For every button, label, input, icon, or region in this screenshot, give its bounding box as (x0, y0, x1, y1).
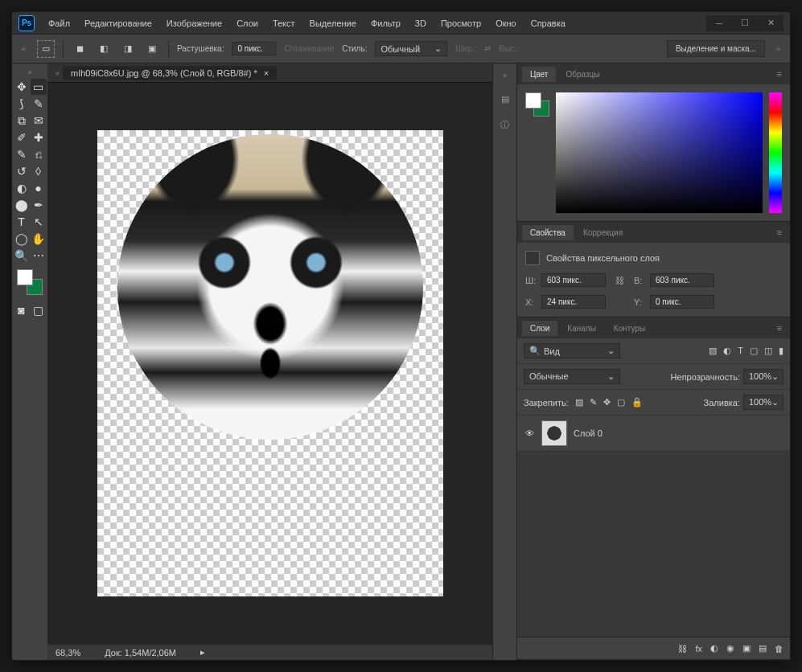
menu-3d[interactable]: 3D (409, 16, 432, 31)
filter-shape-icon[interactable]: ▢ (750, 346, 758, 356)
history-panel-icon[interactable]: ▤ (497, 91, 513, 107)
tab-paths[interactable]: Контуры (606, 321, 653, 336)
color-picker-area[interactable] (556, 92, 763, 213)
filter-toggle-icon[interactable]: ▮ (779, 346, 783, 356)
quick-select-tool[interactable]: ✎ (31, 96, 47, 112)
lock-paint-icon[interactable]: ✎ (590, 397, 597, 408)
fill-input[interactable]: 100%⌄ (743, 395, 783, 410)
blend-mode-select[interactable]: Обычные⌄ (524, 369, 620, 384)
status-chevron-icon[interactable]: ▸ (200, 647, 205, 658)
tab-adjustments[interactable]: Коррекция (575, 225, 631, 240)
hue-slider[interactable] (769, 92, 782, 213)
selection-intersect-icon[interactable]: ▣ (144, 41, 160, 57)
menu-window[interactable]: Окно (490, 16, 522, 31)
canvas[interactable] (97, 130, 443, 596)
menu-file[interactable]: Файл (43, 16, 76, 31)
adjustment-layer-icon[interactable]: ◉ (726, 643, 734, 654)
link-wh-icon[interactable]: ⛓ (612, 274, 627, 287)
close-tab-icon[interactable]: × (264, 68, 269, 78)
tab-layers[interactable]: Слои (522, 321, 557, 336)
stamp-tool[interactable]: ⎌ (31, 146, 47, 162)
menu-select[interactable]: Выделение (304, 16, 362, 31)
filter-adjustment-icon[interactable]: ◐ (723, 346, 731, 356)
panel-color-swatch[interactable] (525, 92, 549, 117)
minimize-button[interactable]: ─ (706, 15, 732, 31)
lock-position-icon[interactable]: ✥ (603, 397, 611, 408)
link-layers-icon[interactable]: ⛓ (678, 644, 687, 654)
layer-name[interactable]: Слой 0 (574, 428, 603, 438)
tabs-collapse-icon[interactable]: « (52, 68, 63, 79)
menu-layer[interactable]: Слои (231, 16, 264, 31)
new-layer-icon[interactable]: ▤ (759, 643, 767, 654)
history-brush-tool[interactable]: ↺ (14, 163, 30, 179)
expand-icon[interactable]: » (773, 43, 783, 55)
collapse-icon[interactable]: « (19, 43, 29, 55)
canvas-viewport[interactable] (47, 83, 492, 644)
filter-pixel-icon[interactable]: ▨ (709, 346, 717, 356)
lock-artboard-icon[interactable]: ▢ (617, 397, 625, 408)
layer-filter-select[interactable]: 🔍Вид⌄ (524, 343, 620, 359)
brush-tool[interactable]: ✎ (14, 146, 30, 162)
width-input[interactable]: 603 пикс. (541, 273, 606, 287)
move-tool[interactable]: ✥ (14, 79, 30, 95)
filter-smart-icon[interactable]: ◫ (764, 346, 772, 356)
foreground-color-swatch[interactable] (17, 269, 33, 285)
type-tool[interactable]: T (14, 214, 30, 230)
menu-edit[interactable]: Редактирование (79, 16, 158, 31)
quickmask-tool[interactable]: ◙ (14, 302, 30, 318)
selection-subtract-icon[interactable]: ◨ (120, 41, 136, 57)
zoom-level[interactable]: 68,3% (56, 648, 80, 658)
lock-all-icon[interactable]: 🔒 (631, 397, 643, 408)
menu-type[interactable]: Текст (267, 16, 301, 31)
visibility-icon[interactable]: 👁 (524, 428, 535, 438)
menu-filter[interactable]: Фильтр (365, 16, 406, 31)
info-panel-icon[interactable]: ⓘ (497, 117, 513, 133)
color-panel-menu-icon[interactable]: ≡ (774, 69, 785, 79)
color-swatch[interactable] (17, 269, 43, 295)
feather-input[interactable]: 0 пикс. (232, 42, 276, 55)
filter-type-icon[interactable]: T (738, 346, 743, 356)
close-button[interactable]: ✕ (758, 15, 783, 31)
hand-tool[interactable]: ✋ (31, 231, 47, 247)
frame-tool[interactable]: ✉ (31, 113, 47, 129)
x-input[interactable]: 24 пикс. (541, 295, 606, 309)
y-input[interactable]: 0 пикс. (650, 295, 714, 309)
layer-fx-icon[interactable]: fx (695, 644, 702, 654)
tab-channels[interactable]: Каналы (559, 321, 604, 336)
document-tab[interactable]: mIh09iC8x6U.jpg @ 68,3% (Слой 0, RGB/8#)… (63, 66, 277, 80)
healing-tool[interactable]: ✚ (31, 129, 47, 145)
lock-transparency-icon[interactable]: ▨ (575, 397, 583, 408)
menu-help[interactable]: Справка (525, 16, 571, 31)
layer-item[interactable]: 👁 Слой 0 (517, 416, 790, 452)
tab-swatches[interactable]: Образцы (557, 67, 607, 82)
eyedropper-tool[interactable]: ✐ (14, 129, 30, 145)
maximize-button[interactable]: ☐ (732, 15, 758, 31)
height-input[interactable]: 603 пикс. (650, 273, 714, 287)
marquee-tool[interactable]: ▭ (31, 79, 47, 95)
eraser-tool[interactable]: ◊ (31, 163, 47, 179)
zoom-tool[interactable]: 🔍 (14, 248, 30, 264)
blur-tool[interactable]: ● (31, 180, 47, 196)
gradient-tool[interactable]: ◐ (14, 180, 30, 196)
group-icon[interactable]: ▣ (742, 643, 751, 654)
style-select[interactable]: Обычный⌄ (375, 41, 447, 56)
path-select-tool[interactable]: ↖ (31, 214, 47, 230)
dodge-tool[interactable]: ⬤ (14, 197, 30, 213)
layer-mask-icon[interactable]: ◐ (710, 643, 718, 654)
dock-collapse-icon[interactable]: « (500, 70, 510, 81)
selection-add-icon[interactable]: ◧ (96, 41, 112, 57)
menu-image[interactable]: Изображение (161, 16, 228, 31)
delete-layer-icon[interactable]: 🗑 (775, 644, 783, 654)
tab-color[interactable]: Цвет (522, 67, 556, 82)
marquee-tool-icon[interactable]: ▭ (37, 40, 55, 58)
layers-panel-menu-icon[interactable]: ≡ (774, 323, 785, 333)
shape-tool[interactable]: ◯ (14, 231, 30, 247)
tab-properties[interactable]: Свойства (522, 225, 574, 240)
menu-view[interactable]: Просмотр (435, 16, 487, 31)
selection-new-icon[interactable]: ◼ (72, 41, 88, 57)
lasso-tool[interactable]: ⟆ (14, 96, 30, 112)
properties-panel-menu-icon[interactable]: ≡ (774, 227, 785, 237)
tools-collapse-icon[interactable]: » (24, 67, 35, 78)
opacity-input[interactable]: 100%⌄ (743, 369, 783, 384)
layer-thumbnail[interactable] (541, 420, 567, 446)
